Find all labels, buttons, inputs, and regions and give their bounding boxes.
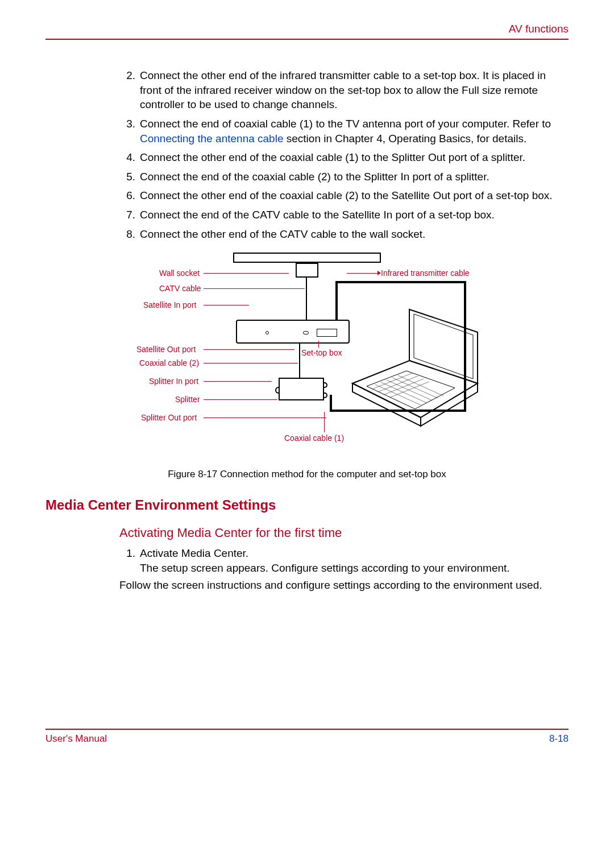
step-number: 5. xyxy=(119,170,135,184)
footer-left: User's Manual xyxy=(45,733,107,745)
step-number: 7. xyxy=(119,208,135,222)
activate-steps: 1. Activate Media Center. The setup scre… xyxy=(119,546,569,575)
step-text: Connect the end of coaxial cable (1) to … xyxy=(140,117,563,146)
step-text: Connect the other end of the CATV cable … xyxy=(140,227,425,242)
label-sat-out: Satellite Out port xyxy=(136,345,196,354)
step-text: Connect the end of the CATV cable to the… xyxy=(140,208,495,222)
step-8: 8. Connect the other end of the CATV cab… xyxy=(119,227,563,242)
footer-page: 8-18 xyxy=(549,733,569,745)
splitter-icon xyxy=(279,378,324,400)
section-heading: Media Center Environment Settings xyxy=(45,497,569,513)
sub-heading: Activating Media Center for the first ti… xyxy=(119,526,569,540)
step-number: 4. xyxy=(119,150,135,165)
step-number: 6. xyxy=(119,188,135,203)
wall-outlet-icon xyxy=(296,263,318,278)
step-text: Connect the other end of the infrared tr… xyxy=(140,68,563,112)
step-text: Activate Media Center. The setup screen … xyxy=(140,546,510,575)
step-number: 2. xyxy=(119,68,135,112)
label-catv: CATV cable xyxy=(159,284,201,293)
label-splitter-out: Splitter Out port xyxy=(141,413,197,422)
settop-box-icon xyxy=(236,320,350,344)
step-number: 1. xyxy=(119,546,135,575)
step-text: Connect the other end of the coaxial cab… xyxy=(140,188,553,203)
label-settop: Set-top box xyxy=(301,348,342,357)
label-coax1: Coaxial cable (1) xyxy=(284,433,344,443)
step-number: 3. xyxy=(119,117,135,146)
laptop-icon xyxy=(347,304,483,435)
step-4: 4. Connect the other end of the coaxial … xyxy=(119,150,563,165)
wall-plate-icon xyxy=(233,253,381,263)
antenna-link[interactable]: Connecting the antenna cable xyxy=(140,133,283,144)
label-sat-in: Satellite In port xyxy=(143,300,196,309)
follow-paragraph: Follow the screen instructions and confi… xyxy=(119,578,569,593)
connection-steps: 2. Connect the other end of the infrared… xyxy=(119,68,563,241)
figure-caption: Figure 8-17 Connection method for the co… xyxy=(45,469,569,480)
step-text: Connect the end of the coaxial cable (2)… xyxy=(140,170,489,184)
figure-area: Wall socket CATV cable Satellite In port… xyxy=(45,253,569,480)
label-ir-cable: Infrared transmitter cable xyxy=(381,268,470,278)
step-2: 2. Connect the other end of the infrared… xyxy=(119,68,563,112)
page-footer: User's Manual 8-18 xyxy=(45,729,569,745)
step-5: 5. Connect the end of the coaxial cable … xyxy=(119,170,563,184)
step-6: 6. Connect the other end of the coaxial … xyxy=(119,188,563,203)
step-7: 7. Connect the end of the CATV cable to … xyxy=(119,208,563,222)
page-header: AV functions xyxy=(45,23,569,40)
step-text: Connect the other end of the coaxial cab… xyxy=(140,150,525,165)
label-splitter: Splitter xyxy=(175,395,200,404)
steps-block: 2. Connect the other end of the infrared… xyxy=(119,68,563,241)
label-splitter-in: Splitter In port xyxy=(149,377,198,386)
step-3: 3. Connect the end of coaxial cable (1) … xyxy=(119,117,563,146)
label-coax2: Coaxial cable (2) xyxy=(139,358,199,367)
label-wall-socket: Wall socket xyxy=(159,268,200,278)
header-title: AV functions xyxy=(509,23,569,35)
step-number: 8. xyxy=(119,227,135,242)
activate-step-1: 1. Activate Media Center. The setup scre… xyxy=(119,546,569,575)
connection-diagram: Wall socket CATV cable Satellite In port… xyxy=(131,253,483,463)
